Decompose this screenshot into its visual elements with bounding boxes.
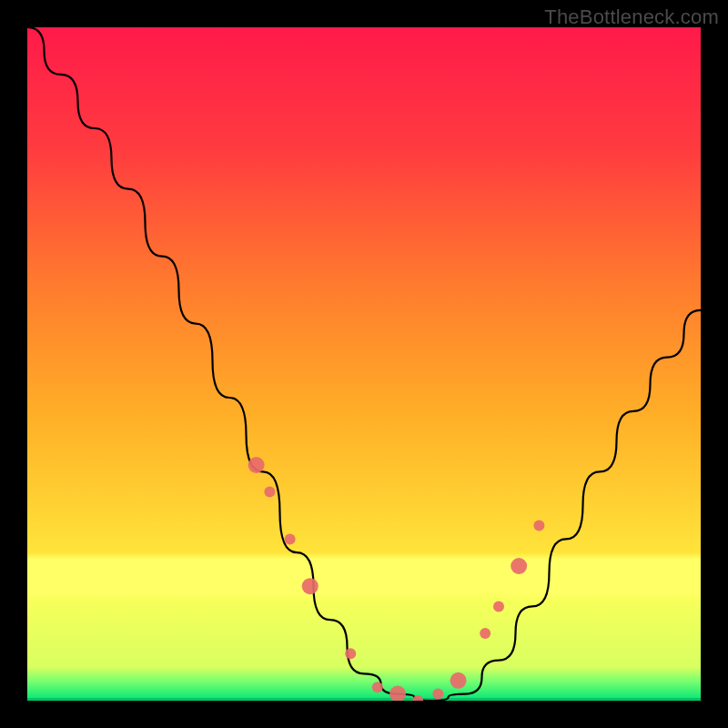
marker-point [450,672,467,689]
bottleneck-chart [27,27,701,701]
chart-frame [27,27,701,701]
gradient-background [27,27,701,701]
marker-point [345,648,356,659]
baseline-band [27,698,701,701]
marker-point [264,487,275,498]
marker-point [248,457,265,473]
marker-point [285,533,296,544]
marker-point [493,601,504,612]
marker-point [480,628,490,639]
marker-point [533,521,544,531]
marker-point [432,689,443,700]
watermark-text: TheBottleneck.com [544,5,719,29]
marker-point [511,558,527,574]
marker-point [302,578,318,594]
marker-point [372,682,383,693]
